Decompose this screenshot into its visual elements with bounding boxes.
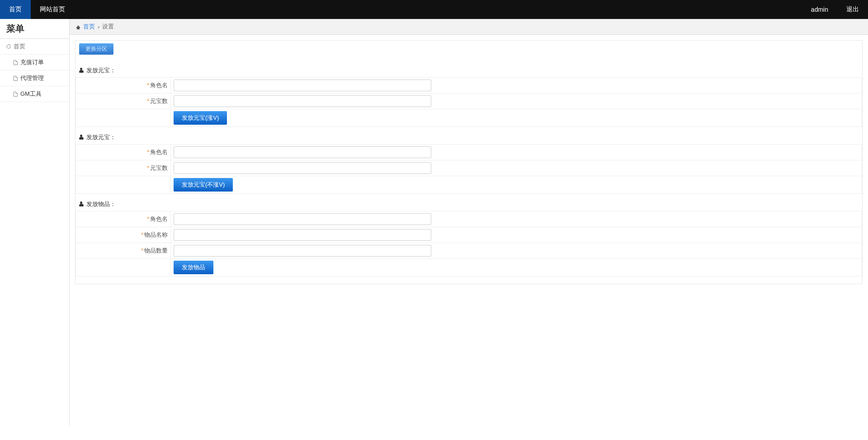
home-icon xyxy=(76,23,80,30)
section-title-text: 发放物品： xyxy=(86,200,116,208)
section-title-text: 发放元宝： xyxy=(86,133,116,141)
sidebar-item-label: 代理管理 xyxy=(20,74,44,82)
required-mark: * xyxy=(147,98,149,104)
field-label: 角色名 xyxy=(150,215,168,222)
required-mark: * xyxy=(141,231,143,238)
file-icon xyxy=(14,60,18,65)
role-name-input[interactable] xyxy=(174,146,431,158)
top-nav: 首页 网站首页 admin 退出 xyxy=(0,0,868,19)
breadcrumb: 首页 › 设置 xyxy=(70,19,868,35)
grant-gold-no-v-button[interactable]: 发放元宝(不涨V) xyxy=(174,178,233,192)
nav-user[interactable]: admin xyxy=(802,0,837,19)
required-mark: * xyxy=(147,149,149,155)
item-quantity-input[interactable] xyxy=(174,245,431,257)
nav-home[interactable]: 首页 xyxy=(0,0,31,19)
file-icon xyxy=(14,92,18,97)
file-icon xyxy=(14,76,18,81)
sidebar-parent-home[interactable]: 首页 xyxy=(0,39,69,55)
sidebar-item-agent-management[interactable]: 代理管理 xyxy=(0,70,69,86)
field-label: 元宝数 xyxy=(150,164,168,171)
gear-icon xyxy=(6,44,11,49)
required-mark: * xyxy=(147,82,149,89)
sidebar-item-label: 充值订单 xyxy=(20,58,44,66)
nav-logout[interactable]: 退出 xyxy=(837,0,868,19)
breadcrumb-separator: › xyxy=(98,23,99,30)
field-label: 角色名 xyxy=(150,82,168,89)
field-label: 元宝数 xyxy=(150,98,168,104)
role-name-input[interactable] xyxy=(174,213,431,225)
breadcrumb-home-link[interactable]: 首页 xyxy=(83,23,95,31)
section-title-grant-gold-no-v: 发放元宝： xyxy=(79,133,862,141)
grant-gold-v-button[interactable]: 发放元宝(涨V) xyxy=(174,111,227,125)
gold-amount-input[interactable] xyxy=(174,95,431,107)
form-grant-gold-no-v: *角色名 *元宝数 发放元宝(不涨V) xyxy=(75,144,862,194)
settings-panel: 更换分区 发放元宝： *角色名 *元宝数 发放元宝(涨V) xyxy=(75,40,863,284)
section-title-grant-item: 发放物品： xyxy=(79,200,862,208)
sidebar-title: 菜单 xyxy=(0,19,69,39)
sidebar-item-label: GM工具 xyxy=(20,90,42,98)
form-grant-gold-v: *角色名 *元宝数 发放元宝(涨V) xyxy=(75,77,862,127)
field-label: 角色名 xyxy=(150,149,168,155)
required-mark: * xyxy=(147,215,149,222)
change-zone-button[interactable]: 更换分区 xyxy=(79,43,113,55)
user-icon xyxy=(79,202,84,206)
role-name-input[interactable] xyxy=(174,80,431,91)
user-icon xyxy=(79,68,84,73)
section-title-grant-gold-v: 发放元宝： xyxy=(79,66,862,75)
breadcrumb-current: 设置 xyxy=(102,23,114,31)
sidebar-parent-label: 首页 xyxy=(14,42,25,51)
user-icon xyxy=(79,135,84,140)
main-content: 首页 › 设置 更换分区 发放元宝： *角色名 *元宝数 xyxy=(70,19,868,426)
field-label: 物品名称 xyxy=(144,231,168,238)
form-grant-item: *角色名 *物品名称 *物品数量 发放物品 xyxy=(75,211,862,276)
sidebar-item-recharge-orders[interactable]: 充值订单 xyxy=(0,55,69,70)
nav-site-home[interactable]: 网站首页 xyxy=(31,0,74,19)
grant-item-button[interactable]: 发放物品 xyxy=(174,261,213,274)
field-label: 物品数量 xyxy=(144,247,168,254)
sidebar: 菜单 首页 充值订单 代理管理 GM工具 xyxy=(0,19,70,426)
item-name-input[interactable] xyxy=(174,229,431,241)
required-mark: * xyxy=(147,164,149,171)
gold-amount-input[interactable] xyxy=(174,162,431,174)
required-mark: * xyxy=(141,247,143,254)
section-title-text: 发放元宝： xyxy=(86,66,116,75)
sidebar-item-gm-tools[interactable]: GM工具 xyxy=(0,86,69,102)
